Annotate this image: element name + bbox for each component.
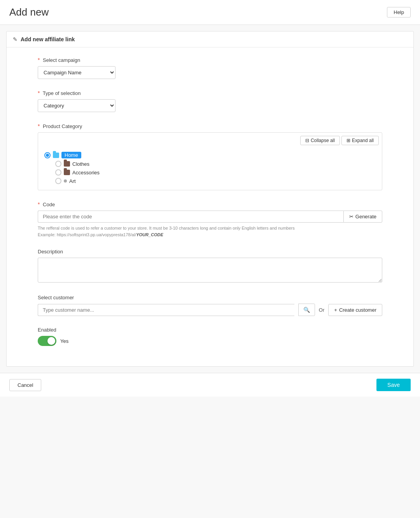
plus-icon: + [334,307,337,313]
product-category-label: * Product Category [38,123,382,129]
campaign-label: * Select campaign [38,57,382,63]
select-customer-group: Select customer 🔍 Or + Create customer [38,295,382,316]
save-button[interactable]: Save [376,379,411,391]
collapse-all-button[interactable]: ⊟ Collapse all [300,136,340,145]
tree-item-accessories: Accessories [55,168,376,177]
tree-radio-clothes[interactable] [55,161,61,167]
product-category-group: * Product Category ⊟ Collapse all ⊞ Expa… [38,123,382,190]
dot-icon-art [64,179,67,183]
accessories-label: Accessories [72,170,100,176]
code-input-row: ✂ Generate [38,211,382,223]
customer-search-button[interactable]: 🔍 [298,304,315,316]
required-star-3: * [38,123,40,129]
folder-dark-icon-clothes [64,161,70,167]
form-panel: ✎ Add new affiliate link * Select campai… [6,31,414,367]
code-hint: The refferal code is used to refer a cus… [38,225,382,238]
create-customer-button[interactable]: + Create customer [328,304,382,316]
customer-row: 🔍 Or + Create customer [38,304,382,316]
form-footer: Cancel Save [0,373,420,397]
code-group: * Code ✂ Generate The refferal code is u… [38,201,382,238]
enabled-label: Enabled [38,327,382,333]
clothes-label: Clothes [72,161,89,167]
type-of-selection-label: * Type of selection [38,90,382,96]
tree-items: Home Clothes Accessories [41,149,379,187]
scissors-icon: ✂ [349,214,354,219]
category-tree-container: ⊟ Collapse all ⊞ Expand all Home [38,132,382,190]
enabled-group: Enabled Yes [38,327,382,346]
toggle-label: Yes [60,338,68,344]
select-customer-label: Select customer [38,295,382,300]
page-title: Add new [9,6,49,18]
tree-radio-home[interactable] [44,152,51,158]
customer-input[interactable] [38,304,294,316]
panel-title: Add new affiliate link [21,36,75,42]
collapse-icon: ⊟ [305,138,309,143]
art-label: Art [69,178,76,184]
campaign-group: * Select campaign Campaign Name [38,57,382,79]
description-textarea[interactable] [38,258,382,283]
toggle-row: Yes [38,336,382,346]
required-star: * [38,57,40,63]
cancel-button[interactable]: Cancel [9,379,41,391]
generate-button[interactable]: ✂ Generate [343,211,382,223]
toggle-thumb [47,337,55,345]
edit-icon: ✎ [13,36,18,42]
tree-radio-art[interactable] [55,178,61,184]
type-of-selection-group: * Type of selection Category Product Man… [38,90,382,112]
folder-dark-icon-accessories [64,170,70,175]
tree-radio-accessories[interactable] [55,169,61,176]
code-input[interactable] [38,211,343,223]
tree-toolbar: ⊟ Collapse all ⊞ Expand all [41,136,379,145]
code-label: * Code [38,201,382,207]
form-body: * Select campaign Campaign Name * Type o… [7,47,413,366]
expand-icon: ⊞ [346,138,350,143]
required-star-4: * [38,201,40,207]
expand-all-button[interactable]: ⊞ Expand all [341,136,379,145]
tree-item-clothes: Clothes [55,160,376,168]
enabled-toggle[interactable] [38,336,56,346]
type-of-selection-select[interactable]: Category Product Manufacturer [38,99,116,112]
description-group: Description [38,249,382,284]
tree-item-art: Art [55,177,376,185]
tree-item-home: Home [44,151,376,160]
campaign-select[interactable]: Campaign Name [38,66,116,79]
panel-header: ✎ Add new affiliate link [7,32,413,47]
or-text: Or [319,307,324,313]
description-label: Description [38,249,382,255]
search-icon: 🔍 [303,307,310,313]
page-header: Add new Help [0,0,420,25]
help-button[interactable]: Help [387,7,411,18]
required-star-2: * [38,90,40,96]
folder-blue-icon [53,153,59,158]
home-label: Home [61,152,81,158]
